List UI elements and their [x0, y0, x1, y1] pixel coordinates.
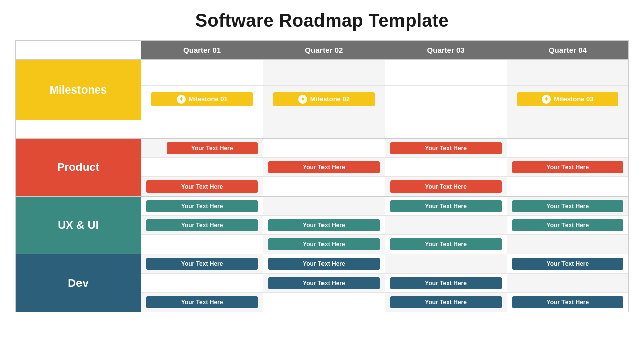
- quarter-header-4: Quarter 04: [507, 41, 628, 59]
- page: Software Roadmap Template Quarter 01 Qua…: [0, 0, 644, 362]
- milestone-row-1: [141, 60, 628, 86]
- ux-bar-3[interactable]: Your Text Here: [512, 200, 623, 212]
- ux-r1-q3: Your Text Here: [385, 197, 507, 215]
- dev-bar-3[interactable]: Your Text Here: [512, 258, 623, 270]
- dev-r2-q2: Your Text Here: [263, 274, 385, 292]
- milestone-row-3: [141, 112, 628, 138]
- pr-r2-q1: [141, 158, 263, 176]
- dev-bar-6[interactable]: Your Text Here: [146, 296, 258, 308]
- dev-label: Dev: [16, 254, 141, 312]
- pr-r2-q2: Your Text Here: [263, 158, 385, 176]
- dev-r3-q2: [263, 293, 385, 312]
- ux-r3-q1: [141, 235, 263, 254]
- milestone-bar-2[interactable]: ✦ Milestone 02: [273, 92, 374, 106]
- milestone-bar-1[interactable]: ✦ Milestone 01: [151, 92, 253, 106]
- milestone-row-2: ✦ Milestone 01 ✦ Milestone 02 ✦: [141, 86, 628, 112]
- dev-r1-q3: [385, 254, 507, 273]
- milestone-icon-2: ✦: [298, 95, 307, 104]
- ms-r1-q3: [385, 60, 507, 85]
- dev-bar-7[interactable]: Your Text Here: [390, 296, 502, 308]
- ux-bar-6[interactable]: Your Text Here: [512, 219, 623, 231]
- milestones-body: ✦ Milestone 01 ✦ Milestone 02 ✦: [141, 60, 628, 138]
- ux-label: UX & UI: [16, 197, 141, 254]
- ux-bar-7[interactable]: Your Text Here: [268, 238, 379, 250]
- dev-section: Dev Your Text Here Your Text Here: [16, 254, 628, 312]
- ux-bar-5[interactable]: Your Text Here: [268, 219, 379, 231]
- product-bar-4[interactable]: Your Text Here: [512, 161, 623, 173]
- ms-r2-q1: ✦ Milestone 01: [141, 86, 263, 112]
- ux-row-1: Your Text Here Your Text Here Your Text …: [141, 197, 628, 216]
- dev-r3-q3: Your Text Here: [385, 293, 507, 312]
- product-bar-2[interactable]: Your Text Here: [390, 142, 502, 154]
- milestones-section: Milestones ✦ Milestone 01: [16, 59, 628, 138]
- milestone-label-2: Milestone 02: [310, 95, 350, 103]
- dev-r2-q4: [507, 274, 628, 292]
- product-bar-6[interactable]: Your Text Here: [390, 180, 502, 193]
- quarter-header-1: Quarter 01: [141, 41, 263, 59]
- ms-r2-q4: ✦ Milestone 03: [507, 86, 628, 112]
- ux-r3-q4: [507, 235, 628, 254]
- dev-bar-4[interactable]: Your Text Here: [268, 277, 379, 289]
- product-section: Product Your Text Here Your Text Here: [16, 138, 628, 196]
- pr-r1-q3: Your Text Here: [385, 139, 507, 157]
- dev-r2-q3: Your Text Here: [385, 274, 507, 292]
- pr-r1-q2: [263, 139, 385, 157]
- ux-body: Your Text Here Your Text Here Your Text …: [141, 197, 628, 254]
- ux-bar-8[interactable]: Your Text Here: [390, 238, 502, 250]
- dev-r3-q4: Your Text Here: [507, 293, 628, 312]
- ux-r3-q3: Your Text Here: [385, 235, 507, 254]
- ms-r2-q2: ✦ Milestone 02: [263, 86, 385, 112]
- ms-r3-q3: [385, 112, 507, 138]
- ux-bar-2[interactable]: Your Text Here: [390, 200, 502, 212]
- ux-r2-q1: Your Text Here: [141, 216, 263, 234]
- ux-bar-4[interactable]: Your Text Here: [146, 219, 258, 231]
- dev-r2-q1: [141, 274, 263, 292]
- quarter-header-3: Quarter 03: [385, 41, 507, 59]
- product-bar-5[interactable]: Your Text Here: [146, 180, 258, 193]
- milestone-bar-3[interactable]: ✦ Milestone 03: [517, 92, 618, 106]
- ux-r2-q4: Your Text Here: [507, 216, 628, 234]
- product-bar-3[interactable]: Your Text Here: [268, 161, 379, 173]
- dev-r1-q1: Your Text Here: [141, 254, 263, 273]
- header-quarters: Quarter 01 Quarter 02 Quarter 03 Quarter…: [141, 41, 628, 59]
- ux-r1-q4: Your Text Here: [507, 197, 628, 215]
- dev-bar-8[interactable]: Your Text Here: [512, 296, 623, 308]
- pr-r3-q4: [507, 177, 628, 196]
- ms-r1-q4: [507, 60, 628, 85]
- product-row-1: Your Text Here Your Text Here: [141, 139, 628, 158]
- dev-row-1: Your Text Here Your Text Here Your Text …: [141, 254, 628, 274]
- milestone-label-1: Milestone 01: [189, 95, 228, 103]
- pr-r3-q3: Your Text Here: [385, 177, 507, 196]
- ux-row-3: Your Text Here Your Text Here: [141, 235, 628, 254]
- milestone-label-3: Milestone 03: [554, 95, 593, 103]
- dev-row-2: Your Text Here Your Text Here: [141, 274, 628, 293]
- milestone-icon-3: ✦: [542, 95, 551, 104]
- dev-bar-2[interactable]: Your Text Here: [268, 258, 379, 270]
- ux-r1-q2: [263, 197, 385, 215]
- ux-r2-q3: [385, 216, 507, 234]
- milestones-label: Milestones: [16, 60, 141, 120]
- dev-bar-1[interactable]: Your Text Here: [146, 258, 258, 270]
- product-row-3: Your Text Here Your Text Here: [141, 177, 628, 196]
- product-bar-1[interactable]: Your Text Here: [167, 142, 258, 154]
- pr-r3-q2: [263, 177, 385, 196]
- ms-r1-q1: [141, 60, 263, 85]
- dev-r1-q4: Your Text Here: [507, 254, 628, 273]
- dev-r3-q1: Your Text Here: [141, 293, 263, 312]
- header-label-cell: [16, 41, 141, 59]
- dev-r1-q2: Your Text Here: [263, 254, 385, 273]
- ux-bar-1[interactable]: Your Text Here: [146, 200, 258, 212]
- page-title: Software Roadmap Template: [195, 10, 449, 31]
- dev-bar-5[interactable]: Your Text Here: [390, 277, 502, 289]
- ms-r3-q1: [141, 112, 263, 138]
- ms-r1-q2: [263, 60, 385, 85]
- ms-r3-q2: [263, 112, 385, 138]
- ms-r2-q3: [385, 86, 507, 112]
- pr-r1-q1: Your Text Here: [141, 139, 263, 157]
- quarter-header-2: Quarter 02: [263, 41, 385, 59]
- product-body: Your Text Here Your Text Here: [141, 139, 628, 196]
- pr-r2-q4: Your Text Here: [507, 158, 628, 176]
- ux-row-2: Your Text Here Your Text Here Your Text …: [141, 216, 628, 235]
- product-label: Product: [16, 139, 141, 196]
- ms-r3-q4: [507, 112, 628, 138]
